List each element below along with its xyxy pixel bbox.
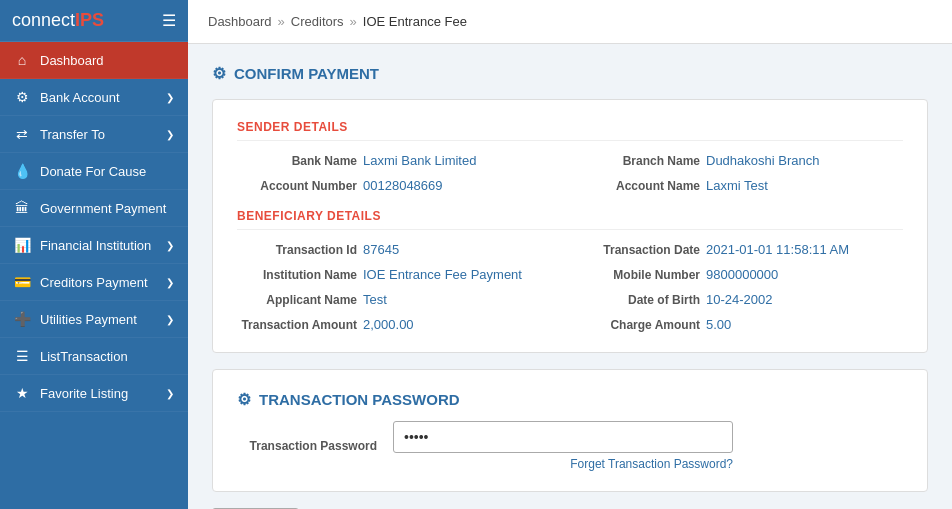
sidebar-item-label: Transfer To — [40, 127, 105, 142]
applicant-name-row: Applicant Name Test — [237, 292, 560, 307]
logo: connectIPS — [12, 10, 104, 31]
password-label: Transaction Password — [237, 439, 377, 453]
sidebar: connectIPS ☰ ⌂ Dashboard ⚙ Bank Account … — [0, 0, 188, 509]
sidebar-item-label: Financial Institution — [40, 238, 151, 253]
breadcrumb-sep-2: » — [350, 14, 357, 29]
sidebar-item-dashboard[interactable]: ⌂ Dashboard — [0, 42, 188, 79]
transfer-icon: ⇄ — [14, 126, 30, 142]
sidebar-item-label: Creditors Payment — [40, 275, 148, 290]
payment-details-card: SENDER DETAILS Bank Name Laxmi Bank Limi… — [212, 99, 928, 353]
date-of-birth-value: 10-24-2002 — [706, 292, 773, 307]
sidebar-item-label: Donate For Cause — [40, 164, 146, 179]
beneficiary-section-title: BENEFICIARY DETAILS — [237, 209, 903, 230]
breadcrumb: Dashboard » Creditors » IOE Entrance Fee — [188, 0, 952, 44]
branch-name-value: Dudhakoshi Branch — [706, 153, 819, 168]
account-number-value: 00128048669 — [363, 178, 443, 193]
sidebar-item-label: Favorite Listing — [40, 386, 128, 401]
transaction-amount-row: Transaction Amount 2,000.00 — [237, 317, 560, 332]
financial-icon: 📊 — [14, 237, 30, 253]
breadcrumb-sep-1: » — [278, 14, 285, 29]
account-name-value: Laxmi Test — [706, 178, 768, 193]
transaction-id-row: Transaction Id 87645 — [237, 242, 560, 257]
main-content: Dashboard » Creditors » IOE Entrance Fee… — [188, 0, 952, 509]
sidebar-item-favorite[interactable]: ★ Favorite Listing ❯ — [0, 375, 188, 412]
sidebar-item-list-transaction[interactable]: ☰ ListTransaction — [0, 338, 188, 375]
institution-name-label: Institution Name — [237, 268, 357, 282]
chevron-icon: ❯ — [166, 240, 174, 251]
list-icon: ☰ — [14, 348, 30, 364]
charge-amount-row: Charge Amount 5.00 — [580, 317, 903, 332]
account-name-row: Account Name Laxmi Test — [580, 178, 903, 193]
date-of-birth-row: Date of Birth 10-24-2002 — [580, 292, 903, 307]
applicant-name-label: Applicant Name — [237, 293, 357, 307]
donate-icon: 💧 — [14, 163, 30, 179]
sidebar-item-label: Utilities Payment — [40, 312, 137, 327]
institution-name-value: IOE Entrance Fee Payment — [363, 267, 522, 282]
home-icon: ⌂ — [14, 52, 30, 68]
date-of-birth-label: Date of Birth — [580, 293, 700, 307]
transaction-password-card: ⚙ TRANSACTION PASSWORD Transaction Passw… — [212, 369, 928, 492]
charge-amount-value: 5.00 — [706, 317, 731, 332]
sidebar-item-transfer-to[interactable]: ⇄ Transfer To ❯ — [0, 116, 188, 153]
beneficiary-details-grid: Transaction Id 87645 Transaction Date 20… — [237, 242, 903, 332]
chevron-icon: ❯ — [166, 314, 174, 325]
confirm-payment-title: ⚙ CONFIRM PAYMENT — [212, 64, 928, 83]
hamburger-icon[interactable]: ☰ — [162, 11, 176, 30]
transaction-id-label: Transaction Id — [237, 243, 357, 257]
mobile-number-label: Mobile Number — [580, 268, 700, 282]
logo-area: connectIPS ☰ — [0, 0, 188, 42]
transaction-amount-value: 2,000.00 — [363, 317, 414, 332]
chevron-icon: ❯ — [166, 92, 174, 103]
sidebar-item-creditors-payment[interactable]: 💳 Creditors Payment ❯ — [0, 264, 188, 301]
transaction-amount-label: Transaction Amount — [237, 318, 357, 332]
sender-details-grid: Bank Name Laxmi Bank Limited Branch Name… — [237, 153, 903, 193]
star-icon: ★ — [14, 385, 30, 401]
branch-name-label: Branch Name — [580, 154, 700, 168]
branch-name-row: Branch Name Dudhakoshi Branch — [580, 153, 903, 168]
page-content: ⚙ CONFIRM PAYMENT SENDER DETAILS Bank Na… — [188, 44, 952, 509]
beneficiary-section: BENEFICIARY DETAILS Transaction Id 87645… — [237, 209, 903, 332]
applicant-name-value: Test — [363, 292, 387, 307]
sliders-icon-2: ⚙ — [237, 390, 251, 409]
forget-password-link[interactable]: Forget Transaction Password? — [393, 457, 733, 471]
sender-section-title: SENDER DETAILS — [237, 120, 903, 141]
account-number-row: Account Number 00128048669 — [237, 178, 560, 193]
bank-name-value: Laxmi Bank Limited — [363, 153, 476, 168]
institution-name-row: Institution Name IOE Entrance Fee Paymen… — [237, 267, 560, 282]
sidebar-item-label: ListTransaction — [40, 349, 128, 364]
account-number-label: Account Number — [237, 179, 357, 193]
charge-amount-label: Charge Amount — [580, 318, 700, 332]
transaction-id-value: 87645 — [363, 242, 399, 257]
transaction-password-title: ⚙ TRANSACTION PASSWORD — [237, 390, 903, 409]
sidebar-item-utilities[interactable]: ➕ Utilities Payment ❯ — [0, 301, 188, 338]
chevron-icon: ❯ — [166, 277, 174, 288]
govt-icon: 🏛 — [14, 200, 30, 216]
sidebar-item-financial[interactable]: 📊 Financial Institution ❯ — [0, 227, 188, 264]
password-form-row: Transaction Password Forget Transaction … — [237, 421, 903, 471]
chevron-icon: ❯ — [166, 388, 174, 399]
bank-icon: ⚙ — [14, 89, 30, 105]
sidebar-item-bank-account[interactable]: ⚙ Bank Account ❯ — [0, 79, 188, 116]
breadcrumb-dashboard[interactable]: Dashboard — [208, 14, 272, 29]
transaction-date-value: 2021-01-01 11:58:11 AM — [706, 242, 849, 257]
mobile-number-row: Mobile Number 9800000000 — [580, 267, 903, 282]
sidebar-item-donate[interactable]: 💧 Donate For Cause — [0, 153, 188, 190]
bank-name-row: Bank Name Laxmi Bank Limited — [237, 153, 560, 168]
password-input-wrap: Forget Transaction Password? — [393, 421, 733, 471]
utilities-icon: ➕ — [14, 311, 30, 327]
breadcrumb-creditors[interactable]: Creditors — [291, 14, 344, 29]
bank-name-label: Bank Name — [237, 154, 357, 168]
transaction-date-row: Transaction Date 2021-01-01 11:58:11 AM — [580, 242, 903, 257]
breadcrumb-current: IOE Entrance Fee — [363, 14, 467, 29]
sliders-icon: ⚙ — [212, 64, 226, 83]
sidebar-item-government[interactable]: 🏛 Government Payment — [0, 190, 188, 227]
account-name-label: Account Name — [580, 179, 700, 193]
sidebar-item-label: Government Payment — [40, 201, 166, 216]
sidebar-item-label: Dashboard — [40, 53, 104, 68]
sidebar-item-label: Bank Account — [40, 90, 120, 105]
chevron-icon: ❯ — [166, 129, 174, 140]
transaction-password-input[interactable] — [393, 421, 733, 453]
transaction-date-label: Transaction Date — [580, 243, 700, 257]
mobile-number-value: 9800000000 — [706, 267, 778, 282]
creditors-icon: 💳 — [14, 274, 30, 290]
